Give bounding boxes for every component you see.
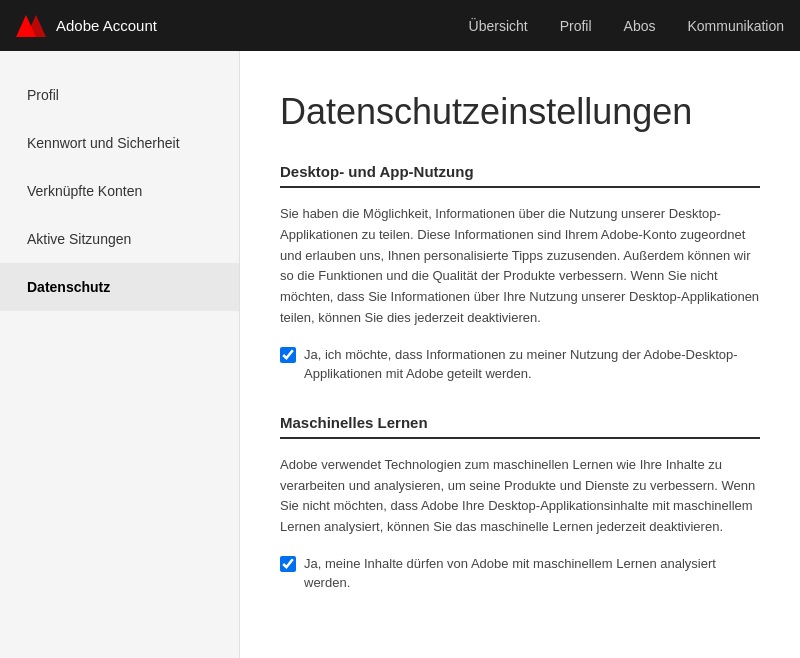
nav-profil[interactable]: Profil [560, 18, 592, 34]
sidebar-item-datenschutz[interactable]: Datenschutz [0, 263, 239, 311]
page-title: Datenschutzeinstellungen [280, 91, 760, 133]
adobe-logo-icon [16, 15, 46, 37]
section-maschinelles-lernen: Maschinelles Lernen Adobe verwendet Tech… [280, 414, 760, 593]
main-content: Datenschutzeinstellungen Desktop- und Ap… [240, 51, 800, 658]
section-text-desktop: Sie haben die Möglichkeit, Informationen… [280, 204, 760, 329]
section-title-ml: Maschinelles Lernen [280, 414, 760, 431]
section-title-desktop: Desktop- und App-Nutzung [280, 163, 760, 180]
header-title: Adobe Account [56, 17, 157, 34]
sidebar-item-profil[interactable]: Profil [0, 71, 239, 119]
layout: Profil Kennwort und Sicherheit Verknüpft… [0, 51, 800, 658]
header-nav: Übersicht Profil Abos Kommunikation [469, 18, 784, 34]
section-divider-desktop [280, 186, 760, 188]
checkbox-desktop[interactable] [280, 347, 296, 363]
checkbox-ml[interactable] [280, 556, 296, 572]
header: Adobe Account Übersicht Profil Abos Komm… [0, 0, 800, 51]
checkbox-label-ml: Ja, meine Inhalte dürfen von Adobe mit m… [304, 554, 760, 593]
checkbox-label-desktop: Ja, ich möchte, dass Informationen zu me… [304, 345, 760, 384]
sidebar-item-verknuepfte[interactable]: Verknüpfte Konten [0, 167, 239, 215]
checkbox-row-ml: Ja, meine Inhalte dürfen von Adobe mit m… [280, 554, 760, 593]
sidebar-item-kennwort[interactable]: Kennwort und Sicherheit [0, 119, 239, 167]
nav-kommunikation[interactable]: Kommunikation [688, 18, 785, 34]
sidebar-item-sitzungen[interactable]: Aktive Sitzungen [0, 215, 239, 263]
nav-ubersicht[interactable]: Übersicht [469, 18, 528, 34]
header-logo: Adobe Account [16, 15, 157, 37]
section-text-ml: Adobe verwendet Technologien zum maschin… [280, 455, 760, 538]
checkbox-row-desktop: Ja, ich möchte, dass Informationen zu me… [280, 345, 760, 384]
nav-abos[interactable]: Abos [624, 18, 656, 34]
sidebar: Profil Kennwort und Sicherheit Verknüpft… [0, 51, 240, 658]
section-divider-ml [280, 437, 760, 439]
section-desktop-app: Desktop- und App-Nutzung Sie haben die M… [280, 163, 760, 384]
